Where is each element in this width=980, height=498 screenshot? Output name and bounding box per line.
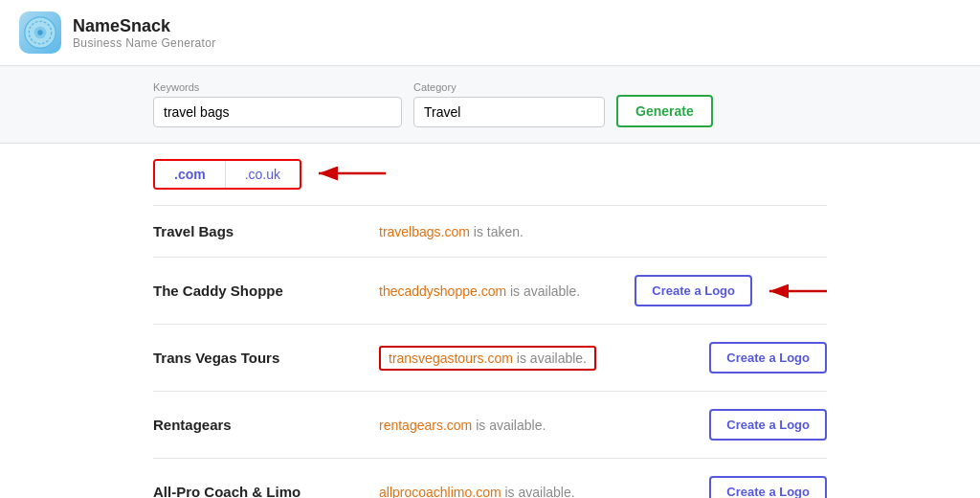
- status-text: is available.: [505, 485, 575, 499]
- domain-link: transvegastours.com: [389, 351, 513, 366]
- app-logo: [19, 11, 61, 54]
- table-row: Rentagears rentagears.com is available. …: [153, 392, 827, 459]
- status-text: is available.: [517, 351, 587, 366]
- business-name: Travel Bags: [153, 223, 364, 239]
- create-logo-button[interactable]: Create a Logo: [709, 342, 827, 374]
- create-logo-button[interactable]: Create a Logo: [635, 275, 752, 306]
- domain-link: thecaddyshoppe.com: [379, 283, 506, 299]
- results-list: Travel Bags travelbags.com is taken. The…: [153, 205, 827, 498]
- domain-status: allprocoachlimo.com is available.: [379, 485, 694, 499]
- keywords-field-group: Keywords: [153, 81, 402, 127]
- domain-tabs-wrapper: .com .co.uk: [153, 144, 827, 190]
- domain-status: rentagears.com is available.: [379, 418, 694, 433]
- business-name: The Caddy Shoppe: [153, 283, 364, 299]
- svg-point-3: [37, 30, 42, 34]
- action-group: Create a Logo: [635, 275, 827, 306]
- highlighted-domain-box: transvegastours.com is available.: [379, 346, 596, 371]
- main-content: .com .co.uk Travel Bags travelbags.com i…: [0, 144, 980, 498]
- keywords-input[interactable]: [153, 97, 402, 127]
- status-text: is taken.: [474, 224, 523, 239]
- tab-com[interactable]: .com: [155, 161, 225, 188]
- app-name: NameSnack: [73, 16, 216, 36]
- app-header: NameSnack Business Name Generator: [0, 0, 980, 66]
- status-text: is available.: [476, 418, 546, 433]
- table-row: Trans Vegas Tours transvegastours.com is…: [153, 325, 827, 392]
- create-logo-button[interactable]: Create a Logo: [709, 409, 827, 441]
- generate-button[interactable]: Generate: [616, 95, 713, 127]
- domain-status: travelbags.com is taken.: [379, 224, 827, 239]
- create-logo-button[interactable]: Create a Logo: [709, 476, 827, 498]
- tab-couk[interactable]: .co.uk: [225, 161, 300, 188]
- arrow-annotation: [760, 280, 827, 303]
- app-title-group: NameSnack Business Name Generator: [73, 16, 216, 50]
- category-field-group: Category: [413, 81, 605, 127]
- business-name: All-Pro Coach & Limo: [153, 484, 364, 498]
- business-name: Trans Vegas Tours: [153, 350, 364, 366]
- search-area: Keywords Category Generate: [0, 66, 980, 144]
- table-row: Travel Bags travelbags.com is taken.: [153, 206, 827, 258]
- domain-link: travelbags.com: [379, 224, 470, 239]
- domain-status: transvegastours.com is available.: [379, 346, 694, 371]
- domain-tabs-box: .com .co.uk: [153, 159, 301, 190]
- app-tagline: Business Name Generator: [73, 36, 216, 50]
- keywords-label: Keywords: [153, 81, 402, 93]
- category-label: Category: [413, 81, 605, 93]
- category-input[interactable]: [413, 97, 605, 127]
- table-row: The Caddy Shoppe thecaddyshoppe.com is a…: [153, 258, 827, 325]
- status-text: is available.: [510, 283, 580, 299]
- domain-link: rentagears.com: [379, 418, 472, 433]
- arrow-annotation: [309, 160, 386, 190]
- domain-status: thecaddyshoppe.com is available.: [379, 283, 619, 299]
- domain-link: allprocoachlimo.com: [379, 485, 501, 499]
- business-name: Rentagears: [153, 417, 364, 433]
- table-row: All-Pro Coach & Limo allprocoachlimo.com…: [153, 459, 827, 498]
